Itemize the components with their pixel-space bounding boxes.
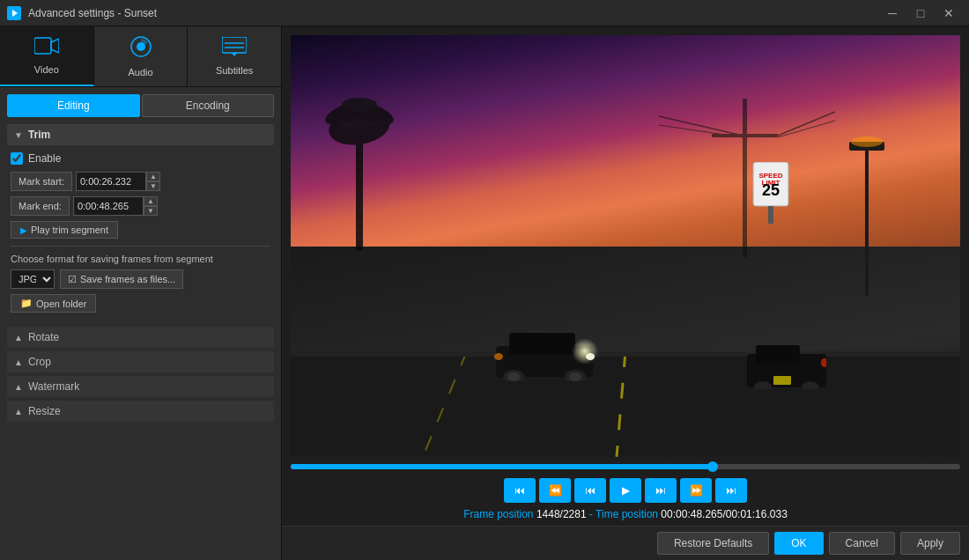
- format-select[interactable]: JPG PNG BMP: [11, 269, 55, 289]
- svg-rect-18: [509, 333, 575, 355]
- enable-row: Enable: [11, 152, 270, 165]
- play-button[interactable]: ▶: [610, 478, 641, 503]
- resize-section[interactable]: ▲ Resize: [7, 401, 274, 422]
- folder-icon: 📁: [20, 298, 33, 309]
- rewind-button[interactable]: ⏪: [539, 478, 571, 503]
- road-markings-svg: [291, 351, 960, 457]
- mark-end-down[interactable]: ▼: [144, 206, 158, 216]
- seekbar-area: [282, 457, 969, 473]
- palm-tree-svg: [324, 56, 395, 250]
- svg-rect-10: [356, 127, 363, 250]
- svg-rect-48: [768, 206, 773, 224]
- cancel-button[interactable]: Cancel: [829, 532, 895, 555]
- svg-point-24: [494, 353, 503, 360]
- time-position-value: 00:00:48.265/00:01:16.033: [661, 508, 787, 520]
- skip-to-start-icon: ⏮: [514, 484, 525, 497]
- tab-subtitles-label: Subtitles: [216, 65, 253, 76]
- crop-arrow-icon: ▲: [14, 357, 23, 367]
- watermark-section[interactable]: ▲ Watermark: [7, 376, 274, 397]
- svg-point-22: [569, 372, 581, 381]
- svg-rect-2: [34, 38, 51, 54]
- tab-subtitles[interactable]: Subtitles: [188, 26, 281, 86]
- transport-bar: ⏮ ⏪ ⏭ ▶ ⏭ ⏩ ⏭: [282, 473, 969, 506]
- tab-video-label: Video: [34, 64, 59, 75]
- mark-start-up[interactable]: ▲: [146, 172, 160, 181]
- trim-arrow-icon: ▼: [14, 130, 23, 140]
- edit-tabs: Editing Encoding: [0, 87, 281, 117]
- editing-tab[interactable]: Editing: [7, 94, 140, 117]
- crop-label: Crop: [28, 356, 51, 368]
- watermark-arrow-icon: ▲: [14, 382, 23, 392]
- mark-start-input[interactable]: [76, 172, 146, 191]
- mark-start-button[interactable]: Mark start:: [11, 172, 72, 191]
- tab-icons-row: Video Audio: [0, 26, 281, 87]
- apply-button[interactable]: Apply: [900, 532, 960, 555]
- audio-icon: [129, 35, 152, 63]
- svg-rect-29: [773, 376, 791, 385]
- prev-frame-button[interactable]: ⏭: [574, 478, 606, 503]
- minimize-button[interactable]: ─: [879, 1, 906, 26]
- svg-line-39: [659, 125, 743, 137]
- play-button-icon: ▶: [622, 484, 630, 497]
- svg-marker-3: [51, 39, 59, 53]
- main-layout: Video Audio: [0, 26, 969, 560]
- maximize-button[interactable]: □: [907, 1, 934, 26]
- frame-position-value: 1448/2281: [536, 508, 587, 520]
- rotate-section[interactable]: ▲ Rotate: [7, 327, 274, 348]
- right-panel: SPEED LIMIT 25 1a MPH N32.750814 W117.24…: [282, 26, 969, 560]
- svg-point-16: [342, 98, 377, 112]
- window-title: Advanced settings - Sunset: [28, 7, 879, 19]
- svg-rect-6: [222, 37, 247, 53]
- resize-arrow-icon: ▲: [14, 407, 23, 416]
- watermark-label: Watermark: [28, 380, 79, 393]
- tab-audio[interactable]: Audio: [94, 26, 189, 86]
- mark-start-down[interactable]: ▼: [146, 181, 160, 191]
- open-folder-label: Open folder: [36, 298, 86, 309]
- svg-rect-34: [291, 351, 960, 357]
- seekbar-thumb[interactable]: [707, 461, 718, 472]
- trim-section-header[interactable]: ▼ Trim: [7, 124, 274, 145]
- skip-to-end-button[interactable]: ⏭: [715, 478, 747, 503]
- trim-section: ▼ Trim Enable Mark start: ▲ ▼: [0, 117, 281, 323]
- next-frame-button[interactable]: ⏭: [645, 478, 677, 503]
- fast-forward-button[interactable]: ⏩: [680, 478, 712, 503]
- encoding-tab[interactable]: Encoding: [142, 94, 275, 117]
- truck-svg: [747, 336, 826, 389]
- svg-line-38: [778, 112, 835, 136]
- play-icon: ▶: [20, 225, 27, 235]
- mark-end-row: Mark end: ▲ ▼: [11, 196, 270, 216]
- mark-end-up[interactable]: ▲: [144, 196, 158, 206]
- play-trim-button[interactable]: ▶ Play trim segment: [11, 221, 118, 239]
- svg-rect-26: [756, 345, 800, 363]
- skip-to-start-button[interactable]: ⏮: [504, 478, 536, 503]
- mark-end-input[interactable]: [73, 196, 144, 216]
- enable-checkbox[interactable]: [11, 152, 23, 165]
- trim-section-content: Enable Mark start: ▲ ▼ Mark end:: [0, 145, 281, 323]
- svg-line-37: [659, 116, 743, 136]
- mark-end-button[interactable]: Mark end:: [11, 196, 70, 216]
- open-folder-button[interactable]: 📁 Open folder: [11, 294, 96, 313]
- svg-point-21: [507, 372, 520, 381]
- crop-section[interactable]: ▲ Crop: [7, 351, 274, 372]
- save-frames-icon: ☑: [68, 274, 77, 285]
- mark-end-input-wrap: ▲ ▼: [73, 196, 158, 216]
- video-area: SPEED LIMIT 25 1a MPH N32.750814 W117.24…: [291, 35, 960, 457]
- tab-video[interactable]: Video: [0, 26, 94, 86]
- format-label-row: Choose format for saving frames from seg…: [11, 254, 270, 264]
- play-trim-label: Play trim segment: [31, 225, 108, 235]
- ok-button[interactable]: OK: [774, 532, 823, 555]
- format-select-row: JPG PNG BMP ☑ Save frames as files...: [11, 269, 270, 289]
- mark-start-input-wrap: ▲ ▼: [76, 172, 160, 191]
- rewind-icon: ⏪: [549, 484, 562, 497]
- restore-defaults-button[interactable]: Restore Defaults: [657, 532, 769, 555]
- mark-start-spinner: ▲ ▼: [146, 172, 160, 191]
- bottom-bar: Restore Defaults OK Cancel Apply: [282, 526, 969, 560]
- time-position-label: Time position: [595, 508, 658, 520]
- save-frames-button[interactable]: ☑ Save frames as files...: [60, 269, 183, 289]
- seekbar-track[interactable]: [291, 464, 960, 469]
- position-info: Frame position 1448/2281 - Time position…: [282, 506, 969, 526]
- prev-frame-icon: ⏭: [585, 484, 595, 497]
- street-light-svg: [840, 120, 893, 296]
- close-button[interactable]: ✕: [936, 1, 962, 26]
- save-frames-label: Save frames as files...: [80, 274, 175, 284]
